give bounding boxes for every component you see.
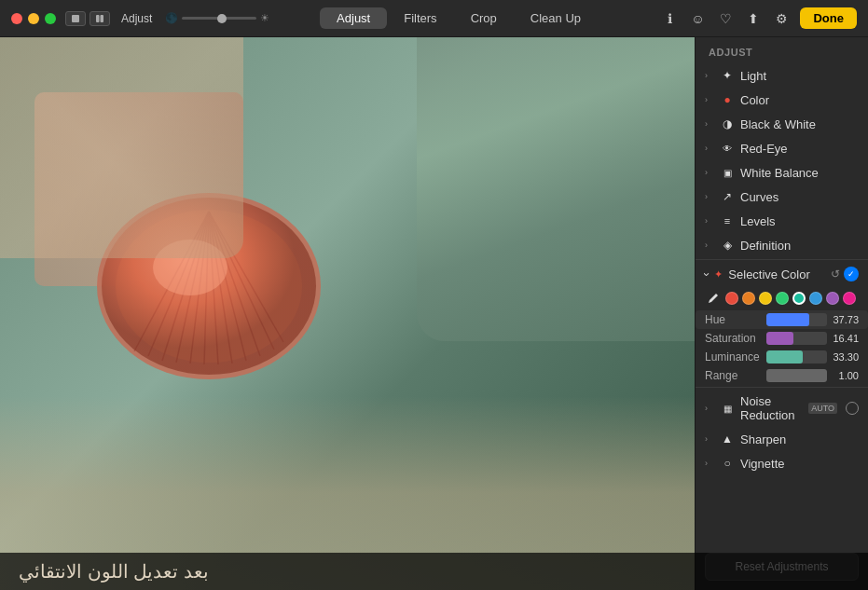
share-icon[interactable]: ⬆	[744, 9, 763, 28]
color-swatch-green[interactable]	[776, 292, 789, 305]
luminance-bar[interactable]	[766, 350, 827, 364]
chevron-down-icon: ›	[700, 272, 714, 276]
color-swatch-yellow[interactable]	[759, 292, 772, 305]
adjust-item-red-eye[interactable]: › 👁 Red-Eye	[696, 136, 868, 160]
red-eye-icon: 👁	[720, 141, 735, 156]
color-swatch-teal[interactable]	[792, 292, 806, 305]
tab-filters[interactable]: Filters	[387, 7, 453, 29]
nav-tabs: Adjust Filters Crop Clean Up	[320, 7, 598, 29]
chevron-icon: ›	[705, 119, 714, 129]
revert-button[interactable]: Adjust	[121, 12, 152, 25]
color-swatch-purple[interactable]	[826, 292, 839, 305]
info-icon[interactable]: ℹ	[660, 9, 679, 28]
range-bar[interactable]	[766, 369, 827, 382]
luminance-value: 33.30	[831, 351, 859, 363]
tab-crop[interactable]: Crop	[454, 7, 514, 29]
color-swatch-pink[interactable]	[843, 292, 856, 305]
svg-rect-1	[96, 15, 100, 22]
color-icon: ●	[720, 92, 735, 107]
adjust-item-levels[interactable]: › ≡ Levels	[696, 209, 868, 233]
minimize-button[interactable]	[28, 13, 39, 24]
color-swatch-red[interactable]	[725, 292, 738, 305]
color-swatch-orange[interactable]	[742, 292, 755, 305]
hue-bar[interactable]	[766, 313, 827, 326]
tab-cleanup[interactable]: Clean Up	[514, 7, 598, 29]
titlebar-right: ℹ ☺ ♡ ⬆ ⚙ Done	[660, 7, 857, 29]
adjust-item-vignette[interactable]: › ○ Vignette	[696, 451, 868, 475]
black-white-label: Black & White	[740, 117, 859, 131]
done-button[interactable]: Done	[800, 7, 857, 29]
single-view-button[interactable]	[65, 11, 86, 26]
hue-param-row[interactable]: Hue 37.73	[696, 310, 868, 329]
image-area	[0, 37, 695, 590]
heart-icon[interactable]: ♡	[716, 9, 735, 28]
adjust-item-light[interactable]: › ✦ Light	[696, 63, 868, 88]
curves-icon: ↗	[720, 189, 735, 204]
luminance-label: Luminance	[705, 350, 763, 364]
adjust-item-definition[interactable]: › ◈ Definition	[696, 233, 868, 257]
titlebar: Adjust 🌑 ☀ Adjust Filters Crop Clean Up …	[0, 0, 868, 37]
adjust-item-white-balance[interactable]: › ▣ White Balance	[696, 160, 868, 185]
curves-label: Curves	[740, 190, 859, 204]
adjust-item-black-white[interactable]: › ◑ Black & White	[696, 112, 868, 136]
selective-color-header[interactable]: › ✦ Selective Color ↺ ✓	[696, 262, 868, 286]
svg-rect-0	[72, 15, 79, 22]
undo-icon[interactable]: ↺	[831, 268, 840, 281]
color-swatch-blue[interactable]	[809, 292, 822, 305]
noise-reduction-label: Noise Reduction	[740, 394, 801, 422]
split-view-button[interactable]	[90, 11, 110, 26]
auto-badge: AUTO	[808, 403, 837, 414]
adjust-item-noise-reduction[interactable]: › ▦ Noise Reduction AUTO	[696, 390, 868, 427]
saturation-bar[interactable]	[766, 332, 827, 345]
noise-reduction-icon: ▦	[720, 401, 735, 416]
hue-label: Hue	[705, 313, 763, 326]
panel-header: ADJUST	[696, 37, 868, 63]
color-label: Color	[740, 93, 859, 107]
adjust-item-color[interactable]: › ● Color	[696, 88, 868, 112]
apply-icon[interactable]: ✓	[844, 267, 859, 281]
levels-icon: ≡	[720, 213, 735, 228]
light-label: Light	[740, 69, 859, 83]
main-area: ADJUST › ✦ Light › ● Color › ◑ Black & W…	[0, 37, 868, 590]
divider	[696, 387, 868, 388]
luminance-param-row[interactable]: Luminance 33.30	[696, 348, 868, 366]
maximize-button[interactable]	[45, 13, 56, 24]
photo-canvas	[0, 37, 695, 590]
vignette-icon: ○	[720, 456, 735, 471]
adjust-item-curves[interactable]: › ↗ Curves	[696, 185, 868, 209]
settings-icon[interactable]: ⚙	[772, 9, 791, 28]
range-value: 1.00	[831, 370, 859, 381]
noise-toggle[interactable]	[846, 402, 859, 415]
saturation-param-row[interactable]: Saturation 16.41	[696, 329, 868, 348]
tab-adjust[interactable]: Adjust	[320, 7, 387, 29]
saturation-value: 16.41	[831, 333, 859, 344]
bottom-caption: بعد تعديل اللون الانتقائي	[0, 553, 868, 590]
chevron-icon: ›	[705, 240, 714, 250]
selective-color-controls: ↺ ✓	[831, 267, 859, 281]
saturation-label: Saturation	[705, 332, 763, 345]
close-button[interactable]	[11, 13, 22, 24]
definition-icon: ◈	[720, 238, 735, 253]
definition-label: Definition	[740, 239, 859, 253]
chevron-icon: ›	[705, 459, 714, 468]
white-balance-label: White Balance	[740, 166, 859, 180]
selective-color-section: › ✦ Selective Color ↺ ✓	[696, 262, 868, 385]
emoji-icon[interactable]: ☺	[688, 9, 707, 28]
white-balance-icon: ▣	[720, 165, 735, 180]
vignette-label: Vignette	[740, 457, 859, 471]
right-panel: ADJUST › ✦ Light › ● Color › ◑ Black & W…	[695, 37, 868, 590]
chevron-icon: ›	[705, 144, 714, 153]
chevron-icon: ›	[705, 404, 714, 413]
red-eye-label: Red-Eye	[740, 142, 859, 156]
chevron-icon: ›	[705, 216, 714, 226]
eyedropper-icon[interactable]	[705, 290, 722, 307]
adjust-item-sharpen[interactable]: › ▲ Sharpen	[696, 427, 868, 451]
black-white-icon: ◑	[720, 117, 735, 131]
brightness-slider[interactable]: 🌑 ☀	[165, 12, 269, 24]
chevron-icon: ›	[705, 192, 714, 201]
traffic-lights	[11, 13, 56, 24]
sharpen-label: Sharpen	[740, 432, 859, 446]
range-param-row[interactable]: Range 1.00	[696, 366, 868, 385]
selective-color-label: Selective Color	[728, 268, 809, 281]
caption-text: بعد تعديل اللون الانتقائي	[19, 560, 209, 583]
